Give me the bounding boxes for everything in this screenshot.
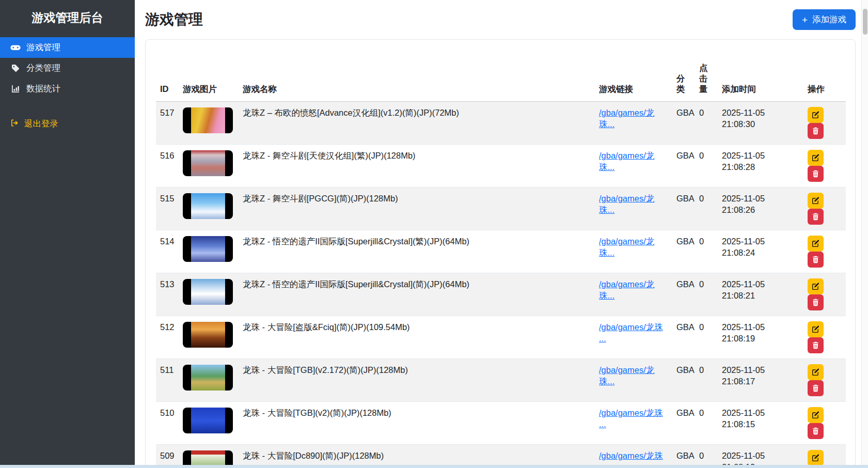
vertical-scrollbar-thumb[interactable]: [863, 9, 867, 35]
edit-pencil-icon: [812, 368, 819, 376]
game-category: GBA: [672, 101, 695, 144]
delete-button[interactable]: [808, 123, 824, 139]
game-thumbnail: [183, 150, 233, 176]
game-link[interactable]: /gba/games/龙珠 ...: [599, 408, 663, 429]
sidebar-item-games[interactable]: 游戏管理: [0, 37, 135, 58]
game-category: GBA: [672, 358, 695, 401]
trash-icon: [812, 427, 819, 435]
page-title: 游戏管理: [145, 10, 203, 29]
game-link[interactable]: /gba/games/龙珠...: [599, 279, 654, 300]
table-row: 512 龙珠 - 大冒险[盗版&Fciq](简)(JP)(109.54Mb) /…: [156, 316, 846, 358]
game-added-time: 2025-11-0521:08:21: [718, 273, 779, 316]
game-id: 512: [156, 316, 179, 358]
date-line: 2025-11-05: [722, 321, 775, 333]
game-link[interactable]: /gba/games/龙珠 ...: [599, 322, 663, 343]
app-title: 游戏管理后台: [0, 0, 135, 37]
page-header: 游戏管理 + 添加游戏: [135, 0, 868, 38]
time-line: 21:08:24: [722, 247, 775, 258]
game-link[interactable]: /gba/games/龙珠...: [599, 194, 654, 214]
game-name: 龙珠 - 大冒险[TGB](v2)(简)(JP)(128Mb): [239, 401, 595, 444]
table-row: 510 龙珠 - 大冒险[TGB](v2)(简)(JP)(128Mb) /gba…: [156, 401, 846, 444]
vertical-scrollbar[interactable]: [861, 0, 868, 468]
game-category: GBA: [672, 273, 695, 316]
delete-button[interactable]: [808, 423, 824, 439]
sidebar-item-categories[interactable]: 分类管理: [0, 58, 135, 79]
game-id: 514: [156, 230, 179, 273]
delete-button[interactable]: [808, 252, 824, 268]
games-table: ID 游戏图片 游戏名称 游戏链接 分类 点击量 添加时间 操作 517 龙珠Z…: [156, 49, 846, 468]
sidebar-item-statistics[interactable]: 数据统计: [0, 79, 135, 99]
edit-pencil-icon: [812, 411, 819, 419]
delete-button[interactable]: [808, 166, 824, 182]
time-line: 21:08:21: [722, 290, 775, 301]
game-thumbnail: [183, 408, 233, 433]
game-added-time: 2025-11-0521:08:19: [718, 316, 779, 358]
edit-pencil-icon: [812, 454, 819, 462]
chart-icon: [10, 84, 21, 93]
edit-button[interactable]: [808, 407, 824, 423]
game-link[interactable]: /gba/games/龙珠...: [599, 108, 654, 129]
game-added-time: 2025-11-0521:08:15: [718, 401, 779, 444]
date-line: 2025-11-05: [722, 193, 775, 204]
time-line: 21:08:19: [722, 333, 775, 344]
edit-pencil-icon: [812, 283, 819, 290]
logout-button[interactable]: 退出登录: [0, 114, 135, 134]
delete-button[interactable]: [808, 209, 824, 225]
col-header-clicks: 点击量: [695, 49, 718, 101]
add-game-button[interactable]: + 添加游戏: [793, 9, 856, 30]
game-added-time: 2025-11-0521:08:26: [718, 187, 779, 230]
game-thumbnail: [183, 193, 233, 219]
col-header-category: 分类: [672, 49, 695, 101]
date-line: 2025-11-05: [722, 236, 775, 247]
game-link[interactable]: /gba/games/龙珠...: [599, 237, 654, 257]
add-game-button-label: 添加游戏: [812, 14, 846, 25]
game-clicks: 0: [695, 101, 718, 144]
date-line: 2025-11-05: [722, 450, 775, 461]
game-clicks: 0: [695, 144, 718, 187]
game-id: 516: [156, 144, 179, 187]
edit-pencil-icon: [812, 111, 819, 119]
game-id: 511: [156, 358, 179, 401]
delete-button[interactable]: [808, 294, 824, 310]
table-row: 513 龙珠Z - 悟空的遗产II国际版[Superjill&Crystal](…: [156, 273, 846, 316]
horizontal-scrollbar[interactable]: [0, 465, 868, 468]
edit-button[interactable]: [808, 107, 824, 123]
delete-button[interactable]: [808, 380, 824, 396]
game-thumbnail: [183, 322, 233, 348]
edit-button[interactable]: [808, 364, 824, 380]
edit-pencil-icon: [812, 325, 819, 333]
game-link[interactable]: /gba/games/龙珠...: [599, 151, 654, 171]
game-added-time: 2025-11-0521:08:17: [718, 358, 779, 401]
game-name: 龙珠 - 大冒险[TGB](v2.172)(简)(JP)(128Mb): [239, 358, 595, 401]
edit-button[interactable]: [808, 450, 824, 466]
game-category: GBA: [672, 316, 695, 358]
trash-icon: [812, 170, 819, 178]
game-added-time: 2025-11-0521:08:30: [718, 101, 779, 144]
edit-button[interactable]: [808, 321, 824, 337]
col-header-link: 游戏链接: [595, 49, 672, 101]
logout-label: 退出登录: [24, 118, 58, 130]
col-header-actions: 操作: [779, 49, 846, 101]
game-name: 龙珠Z - 悟空的遗产II国际版[Superjill&Crystal](简)(J…: [239, 273, 595, 316]
trash-icon: [812, 256, 819, 263]
game-name: 龙珠Z - 舞空斗剧[PGCG](简)(JP)(128Mb): [239, 187, 595, 230]
table-row: 514 龙珠Z - 悟空的遗产II国际版[Superjill&Crystal](…: [156, 230, 846, 273]
col-header-image: 游戏图片: [179, 49, 239, 101]
game-link[interactable]: /gba/games/龙珠...: [599, 365, 654, 386]
edit-button[interactable]: [808, 150, 824, 166]
edit-button[interactable]: [808, 278, 824, 294]
edit-button[interactable]: [808, 236, 824, 252]
game-clicks: 0: [695, 401, 718, 444]
game-thumbnail: [183, 279, 233, 305]
sidebar-item-label: 数据统计: [26, 83, 60, 95]
table-row: 516 龙珠Z - 舞空斗剧[天使汉化组](繁)(JP)(128Mb) /gba…: [156, 144, 846, 187]
game-id: 517: [156, 101, 179, 144]
time-line: 21:08:26: [722, 204, 775, 215]
col-header-id: ID: [156, 49, 179, 101]
game-category: GBA: [672, 187, 695, 230]
game-thumbnail: [183, 236, 233, 262]
edit-button[interactable]: [808, 193, 824, 209]
game-clicks: 0: [695, 273, 718, 316]
delete-button[interactable]: [808, 337, 824, 353]
tag-icon: [10, 64, 21, 73]
